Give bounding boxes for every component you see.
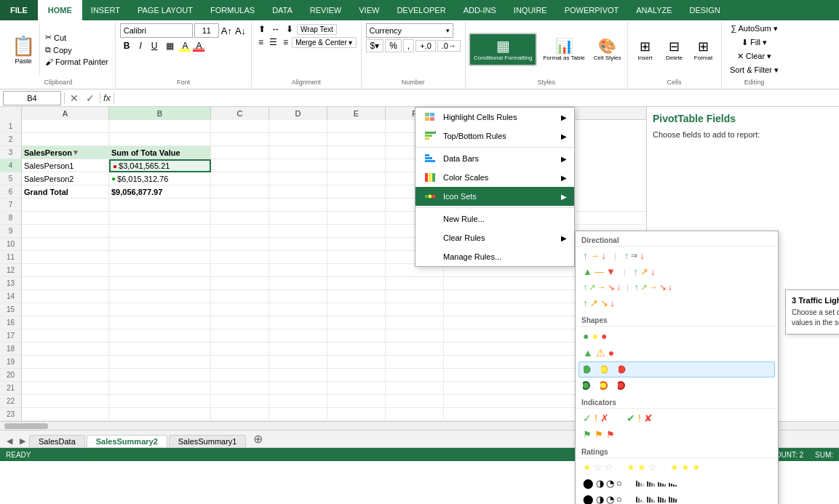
icon-row-dir-1[interactable]: ↑ → ↓ | ↑ ⇒ ↓ [578,248,775,263]
align-left-button[interactable]: ≡ [256,36,266,48]
cell-b6[interactable]: $9,056,877.97 [109,185,211,199]
col-header-e[interactable]: E [327,107,386,120]
cf-menu-clearrules[interactable]: Clear Rules ▶ [415,228,574,247]
align-middle-button[interactable]: ↔ [269,23,282,35]
cell-c1[interactable] [211,120,269,133]
tab-home[interactable]: HOME [38,0,82,20]
italic-button[interactable]: I [135,39,145,52]
merge-center-button[interactable]: Merge & Center ▾ [292,37,356,48]
icon-row-ind-2[interactable]: ⚑ ⚑ ⚑ [578,427,775,442]
row-num-21[interactable]: 21 [0,382,21,395]
row-num-14[interactable]: 14 [0,290,21,303]
sheet-tab-salesdata[interactable]: SalesData [29,435,85,447]
col-header-d[interactable]: D [269,107,327,120]
icon-row-ind-1[interactable]: ✓ ! ✗ ✔ ! ✘ [578,410,775,426]
cell-a6[interactable]: Grand Total [22,185,109,199]
row-num-6[interactable]: 6 [0,185,21,199]
row-num-17[interactable]: 17 [0,329,21,343]
row-num-2[interactable]: 2 [0,133,21,146]
tab-analyze[interactable]: ANALYZE [627,0,680,20]
icon-row-rat-1[interactable]: ★ ☆ ☆ ★ ★ ☆ ★ ★ ★ [578,460,775,475]
cf-menu-managerules[interactable]: Manage Rules... [415,247,574,266]
cell-a2[interactable] [22,133,109,146]
row-num-23[interactable]: 23 [0,408,21,421]
icon-row-rat-2[interactable]: ⬤ ◑ ◔ ○ [578,476,775,491]
format-painter-button[interactable]: 🖌Format Painter [43,57,111,67]
row-num-3[interactable]: 3 [0,146,21,159]
cf-menu-newrule[interactable]: New Rule... [415,209,574,228]
cut-button[interactable]: ✂Cut [43,32,111,43]
cell-e1[interactable] [327,120,386,133]
font-size-decrease[interactable]: A↓ [234,25,247,37]
row-num-19[interactable]: 19 [0,356,21,369]
row-num-10[interactable]: 10 [0,238,21,251]
cf-menu-colorscales[interactable]: Color Scales ▶ [415,168,574,187]
row-num-12[interactable]: 12 [0,264,21,277]
icon-row-shapes-3[interactable] [578,361,775,377]
align-bottom-button[interactable]: ⬇ [284,23,295,35]
copy-button[interactable]: ⧉Copy [43,44,111,55]
icon-row-rat-3[interactable]: ⬤ ◑ ◔ ○ [578,492,775,504]
wrap-text-button[interactable]: Wrap Text [297,24,337,35]
align-top-button[interactable]: ⬆ [256,23,268,35]
icon-row-dir-2[interactable]: ▲ — ▼ | ↑ ↗ ↓ [578,264,775,279]
tab-inquire[interactable]: INQUIRE [505,0,556,20]
icon-row-shapes-2[interactable]: ▲ ⚠ ● [578,345,775,361]
row-num-4[interactable]: 4 [0,159,21,172]
icon-row-shapes-1[interactable]: ● ● ● [578,328,775,344]
tab-file[interactable]: FILE [0,0,38,20]
percent-button[interactable]: % [385,39,402,52]
cancel-icon[interactable]: ✕ [68,92,81,104]
cell-b2[interactable] [109,133,211,146]
cell-b1[interactable] [109,120,211,133]
cf-menu-highlight[interactable]: Highlight Cells Rules ▶ [415,108,574,127]
underline-button[interactable]: U [148,39,162,52]
font-name-input[interactable] [120,23,193,38]
row-num-7[interactable]: 7 [0,199,21,212]
row-num-18[interactable]: 18 [0,343,21,356]
align-right-button[interactable]: ≡ [281,36,290,48]
tab-developer[interactable]: DEVELOPER [388,0,454,20]
tab-data[interactable]: DATA [263,0,301,20]
tab-addins[interactable]: ADD-INS [455,0,505,20]
confirm-icon[interactable]: ✓ [84,92,97,104]
sheet-tab-salessummary1[interactable]: SalesSummary1 [169,435,247,447]
icon-row-shapes-4[interactable] [578,378,775,393]
fill-button[interactable]: ⬇ Fill ▾ [739,37,770,48]
row-num-9[interactable]: 9 [0,225,21,238]
sheet-tab-salessummary2[interactable]: SalesSummary2 [87,435,167,447]
row-num-5[interactable]: 5 [0,172,21,185]
scroll-right-sheets[interactable]: ▶ [16,435,29,447]
cell-a1[interactable] [22,120,109,133]
font-size-increase[interactable]: A↑ [220,25,233,37]
add-sheet-button[interactable]: ⊕ [247,431,269,447]
cell-styles-button[interactable]: 🎨 Cell Styles [591,34,624,65]
cell-b5[interactable]: ●$6,015,312.76 [109,172,211,185]
insert-cells-button[interactable]: ⊞ Insert [632,36,659,64]
cf-menu-topbottom[interactable]: 10 Top/Bottom Rules ▶ [415,127,574,145]
cell-b4[interactable]: ●$3,041,565.21 [109,159,211,172]
number-format-combo[interactable]: Currency ▾ [366,23,453,38]
row-num-8[interactable]: 8 [0,212,21,225]
clear-button[interactable]: ✕ Clear ▾ [734,51,774,62]
icon-row-dir-4[interactable]: ↑ ↗ ↘ ↓ [578,295,775,311]
col-header-a[interactable]: A [22,107,109,120]
scroll-left-sheets[interactable]: ◀ [3,435,16,447]
tab-review[interactable]: REVIEW [301,0,350,20]
row-num-1[interactable]: 1 [0,120,21,133]
paste-button[interactable]: 📋 Paste [6,23,40,76]
font-color-button[interactable]: A [193,40,204,52]
icon-row-dir-3[interactable]: ↑ ↗ → ↘ ↓ | ↑ ↗ → ↘ ↓ [578,280,775,295]
bold-button[interactable]: B [120,39,134,52]
currency-button[interactable]: $▾ [366,39,384,52]
comma-button[interactable]: , [403,39,414,52]
formula-input[interactable]: 3041565.21031254 [117,94,836,103]
format-cells-button[interactable]: ⊞ Format [691,36,717,64]
conditional-formatting-button[interactable]: ▦ Conditional Formatting [469,33,537,66]
tab-insert[interactable]: INSERT [82,0,129,20]
row-num-13[interactable]: 13 [0,277,21,290]
row-num-16[interactable]: 16 [0,316,21,329]
row-num-11[interactable]: 11 [0,251,21,264]
decimal-decrease[interactable]: .0→ [437,40,461,52]
scroll-thumb-h[interactable] [4,423,48,429]
